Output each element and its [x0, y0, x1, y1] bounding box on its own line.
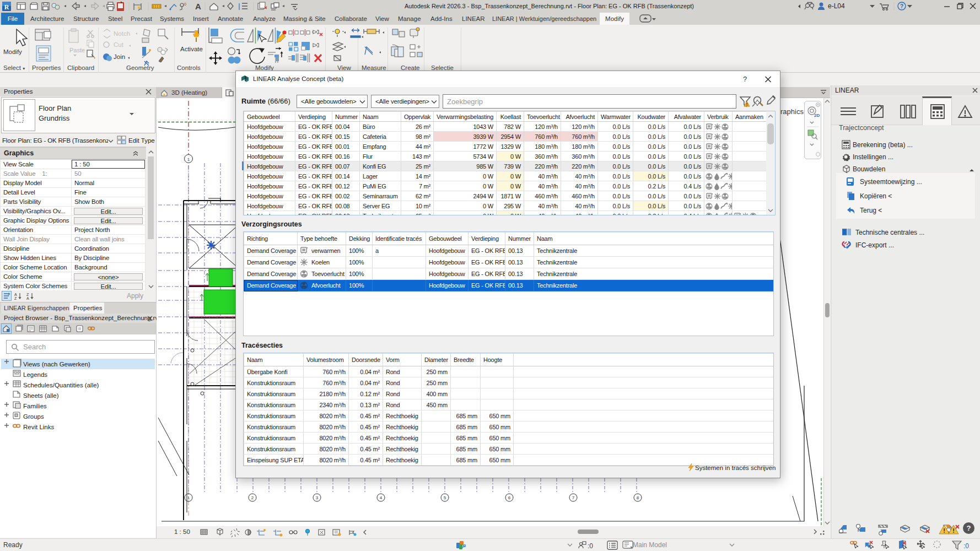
svg-text:Groups: Groups: [23, 413, 44, 420]
svg-text:Cut: Cut: [114, 41, 124, 48]
svg-text:Revit Links: Revit Links: [23, 424, 54, 430]
svg-text:A: A: [26, 296, 29, 300]
svg-text:2D: 2D: [814, 113, 820, 118]
svg-text:Notch: Notch: [114, 30, 130, 37]
svg-text:6: 6: [508, 495, 511, 500]
svg-text::0: :0: [588, 542, 593, 550]
svg-text:Paste: Paste: [69, 47, 85, 53]
svg-text:!: !: [943, 527, 945, 534]
svg-text:!: !: [952, 527, 955, 534]
svg-text:8: 8: [637, 495, 639, 500]
svg-text:Sheets (alle): Sheets (alle): [23, 392, 59, 399]
svg-text:A: A: [195, 2, 201, 11]
svg-text:Z: Z: [14, 296, 17, 300]
svg-text:Views (nach Gewerken): Views (nach Gewerken): [23, 361, 90, 368]
svg-text:Families: Families: [23, 403, 47, 409]
svg-text:?: ?: [900, 3, 903, 9]
svg-text:Join: Join: [114, 53, 125, 60]
svg-text:0: 0: [184, 2, 186, 6]
svg-text:2: 2: [251, 495, 254, 500]
svg-text:A: A: [14, 293, 17, 296]
svg-text:Schedules/Quantities (alle): Schedules/Quantities (alle): [23, 382, 99, 388]
svg-text:5: 5: [444, 495, 446, 500]
svg-text:e-L04: e-L04: [828, 2, 845, 10]
svg-text:7: 7: [572, 495, 575, 500]
svg-text::0: :0: [963, 542, 969, 550]
svg-text:Legends: Legends: [23, 371, 47, 378]
svg-text:Activate: Activate: [180, 46, 203, 52]
svg-text:1: 1: [187, 495, 190, 500]
svg-text:3: 3: [316, 495, 319, 500]
svg-text:4: 4: [380, 495, 383, 500]
svg-text:1: 1: [187, 157, 190, 162]
svg-text:Z: Z: [26, 293, 29, 296]
svg-text:!: !: [746, 102, 748, 107]
svg-text:R: R: [4, 3, 9, 11]
